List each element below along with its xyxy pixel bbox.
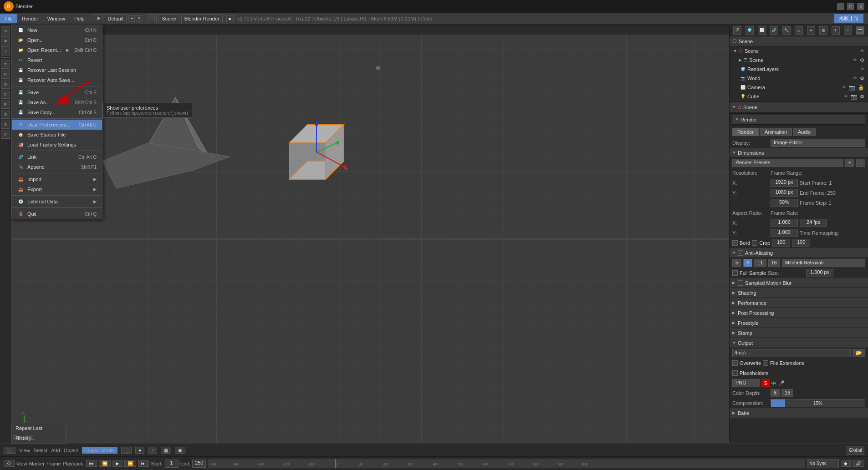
renderer-selector[interactable]: Blender Render (181, 14, 223, 23)
menu-save-as[interactable]: 💾 Save As... Shift Ctrl S (12, 97, 102, 107)
post-processing-section[interactable]: ▶ Post Processing (730, 308, 868, 318)
object-label[interactable]: Object (64, 448, 78, 453)
aa-checkbox[interactable] (738, 250, 743, 256)
asp-x-input[interactable]: 1.000 (771, 219, 798, 227)
color-depth-16[interactable]: 16 (781, 389, 793, 397)
menu-save-copy[interactable]: 💾 Save Copy... Ctrl Alt S (12, 107, 102, 117)
timeline-keyframe-btn[interactable]: ◆ (841, 460, 851, 467)
toolbar-n-btn[interactable]: N (1, 70, 10, 79)
menu-item-help[interactable]: Help (70, 14, 89, 23)
menu-quit[interactable]: 🚪 Quit Ctrl Q (12, 209, 102, 219)
play-end-btn[interactable]: ⏭ (138, 460, 149, 467)
renderlayer-eye-icon[interactable]: 👁 (853, 58, 857, 62)
props-tab-modifier[interactable]: 🔧 (782, 26, 791, 35)
cube-lock-icon[interactable]: 🔒 (858, 85, 864, 91)
select-label[interactable]: Select (34, 448, 48, 453)
lamp-eye-icon[interactable]: 👁 (844, 94, 848, 99)
timeline-marker[interactable]: Marker (29, 461, 45, 466)
toolbar-s-btn[interactable]: S (1, 120, 10, 129)
compression-slider[interactable]: 15% (771, 399, 865, 407)
file-ext-checkbox[interactable] (763, 360, 768, 366)
placeholders-checkbox[interactable] (732, 370, 738, 376)
layout-add-btn[interactable]: + (128, 15, 135, 22)
timeline-ruler[interactable]: -50 -40 -30 -20 -10 0 10 20 30 40 50 60 … (208, 459, 805, 468)
prev-keyframe-btn[interactable]: ⏪ (99, 460, 111, 467)
bord-checkbox[interactable] (732, 240, 738, 246)
stamp-section[interactable]: ▶ Stamp (730, 328, 868, 338)
world-eye-icon[interactable]: 👁 (860, 67, 864, 71)
asp-y-input[interactable]: 1.000 (771, 229, 798, 237)
outliner-item-lamp[interactable]: 💡 Cube 👁 📷 ⚙ (730, 92, 868, 101)
viewport-type-icon[interactable]: ⬛ (148, 14, 157, 23)
menu-export[interactable]: 📤 Export ▶ (12, 184, 102, 194)
timeline-frame[interactable]: Frame (46, 461, 61, 466)
aa-sample-11[interactable]: 11 (754, 259, 766, 267)
toolbar-g-btn[interactable]: G (1, 110, 10, 119)
color-depth-8[interactable]: 8 (771, 389, 780, 397)
props-tab-particles[interactable]: ✦ (832, 26, 840, 35)
motion-blur-section[interactable]: ▶ Sampled Motion Blur (730, 278, 868, 288)
shading-solid-btn[interactable]: ● (135, 447, 144, 454)
menu-import[interactable]: 📥 Import ▶ (12, 174, 102, 184)
dimensions-section[interactable]: ▼ Dimensions (730, 148, 868, 158)
toolbar-v-btn[interactable]: V (1, 130, 10, 139)
outliner-item-renderlayers[interactable]: ▶ ☰ Scene 👁 ⚙ (730, 56, 868, 65)
shading-section[interactable]: ▶ Shading (730, 288, 868, 298)
global-local-select[interactable]: Global (847, 446, 864, 455)
fullsample-checkbox[interactable] (732, 270, 738, 276)
menu-open[interactable]: 📂 Open... Ctrl O (12, 35, 102, 45)
viewport-type-icon2[interactable]: ⬛ (4, 447, 15, 454)
outliner-item-world[interactable]: 🌍 RenderLayers 👁 (730, 65, 868, 74)
menu-recover-last[interactable]: 💾 Recover Last Session (12, 65, 102, 75)
presets-remove-btn[interactable]: - (856, 159, 865, 167)
outliner-item-scene[interactable]: ▼ ⬡ Scene 👁 (730, 46, 868, 56)
toolbar-c-btn[interactable]: C (1, 90, 10, 99)
menu-revert[interactable]: ↩ Revert (12, 55, 102, 65)
old-input[interactable]: 100 (772, 239, 790, 247)
lamp-settings-icon[interactable]: ⚙ (860, 94, 864, 100)
display-value-btn[interactable]: Image Editor (771, 139, 865, 147)
renderer-icon[interactable]: ● (226, 15, 234, 22)
render-presets-btn[interactable]: Render Presets (732, 159, 843, 167)
aa-section[interactable]: ▼ Anti-Aliasing (730, 248, 868, 258)
render-section-title[interactable]: ▼ Render (732, 115, 865, 125)
cube-render-icon[interactable]: 📷 (849, 85, 855, 91)
view-label[interactable]: View (19, 448, 30, 453)
layout-selector[interactable]: Default (105, 14, 127, 23)
menu-new[interactable]: 📄 New Ctrl N (12, 25, 102, 35)
props-tab-object[interactable]: ⬜ (758, 26, 766, 35)
next-keyframe-btn[interactable]: ⏩ (124, 460, 136, 467)
timeline-audio-btn[interactable]: 🔊 (853, 460, 864, 467)
props-tab-physics[interactable]: ⚛ (844, 26, 852, 35)
menu-link[interactable]: 🔗 Link Ctrl Alt O (12, 152, 102, 162)
scene-name-selector[interactable]: Scene (158, 14, 179, 23)
toolbar-o-btn[interactable]: O (1, 80, 10, 89)
props-tab-render[interactable]: 📷 (856, 26, 864, 35)
outliner-item-camera[interactable]: 📷 World 👁 ⚙ (730, 74, 868, 83)
renderlayer-settings-icon[interactable]: ⚙ (860, 57, 864, 63)
scene-icon[interactable]: ⚙ (94, 14, 103, 23)
menu-open-recent[interactable]: 📁 Open Recent... ▶ Shift Ctrl O (12, 45, 102, 55)
props-tab-data[interactable]: △ (795, 26, 803, 35)
add-label[interactable]: Add (51, 448, 60, 453)
menu-item-window[interactable]: Window (43, 14, 70, 23)
res-y-input[interactable]: 1080 px (771, 189, 798, 197)
timeline-icon[interactable]: ⏱ (4, 460, 15, 467)
output-section[interactable]: ▼ Output (730, 338, 868, 348)
frame-rate-input[interactable]: 24 fps (800, 219, 827, 227)
menu-load-factory[interactable]: 🏭 Load Factory Settings (12, 140, 102, 150)
cube-eye-icon[interactable]: 👁 (842, 85, 846, 90)
toolbar-scale-btn[interactable]: ⤢ (1, 46, 10, 56)
toolbar-t-btn[interactable]: T (1, 60, 10, 69)
aa-size-input[interactable]: 1.000 px (806, 269, 833, 277)
menu-save-startup[interactable]: 🏠 Save Startup File (12, 130, 102, 140)
aa-filter-btn[interactable]: Mitchell-Netravali (782, 259, 865, 267)
toolbar-rotate-btn[interactable]: ↻ (1, 26, 10, 35)
menu-item-file[interactable]: File (0, 14, 17, 23)
performance-section[interactable]: ▶ Performance (730, 298, 868, 308)
timeline-view[interactable]: View (16, 461, 27, 466)
play-beginning-btn[interactable]: ⏮ (86, 460, 97, 467)
new-input[interactable]: 100 (792, 239, 810, 247)
props-tab-world[interactable]: 🌍 (745, 26, 754, 35)
mb-checkbox[interactable] (738, 280, 743, 286)
